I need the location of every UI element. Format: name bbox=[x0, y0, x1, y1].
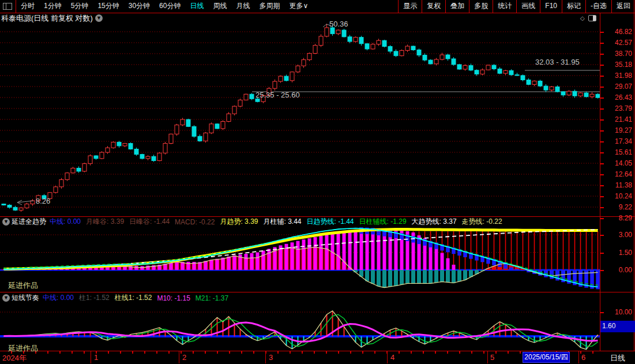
indicator-param: 柱线1: -1.52 bbox=[115, 293, 152, 303]
price-annotation: 50.36 bbox=[329, 20, 348, 28]
month-tick bbox=[387, 351, 388, 363]
month-tick bbox=[578, 351, 579, 363]
action-button[interactable]: 画线 bbox=[516, 0, 540, 13]
period-button[interactable]: 周线 bbox=[208, 0, 231, 13]
axis-tick bbox=[600, 196, 604, 197]
price-axis-label: 42.57 bbox=[601, 39, 632, 47]
window-split-icon[interactable] bbox=[3, 3, 12, 10]
month-tick bbox=[179, 351, 179, 363]
time-axis-ticks bbox=[0, 351, 600, 354]
indicator-axis-label: 0.00 bbox=[601, 267, 632, 274]
period-button[interactable]: 更多∨ bbox=[284, 0, 313, 13]
axis-tick bbox=[600, 163, 604, 164]
panel1-header: ▼ 延进全趋势 中线: 0.00月峰谷: 3.39日峰谷: -1.44MACD:… bbox=[0, 217, 508, 226]
current-value-box: 1.60 bbox=[600, 321, 635, 332]
price-axis-label: 12.64 bbox=[601, 171, 632, 178]
right-border bbox=[634, 0, 634, 363]
indicator-axis-label: 3.00 bbox=[601, 231, 632, 239]
price-axis-label: 17.34 bbox=[601, 138, 632, 145]
price-axis-label: 15.61 bbox=[601, 149, 632, 156]
watermark: 延进作品 bbox=[8, 280, 38, 291]
period-button[interactable]: 1分钟 bbox=[39, 0, 66, 13]
indicator-param: 大趋势线: 3.37 bbox=[412, 217, 457, 227]
indicator-axis-label: 1.50 bbox=[601, 249, 632, 257]
indicator-param: 日柱辅线: -1.29 bbox=[359, 217, 407, 227]
axis-tick bbox=[600, 253, 604, 254]
action-button[interactable]: 复权 bbox=[422, 0, 445, 13]
collapse-icon[interactable]: ▼ bbox=[2, 294, 10, 302]
indicator-param: 日峰谷: -1.44 bbox=[129, 217, 170, 227]
panel2-header: ▼ 短线节奏 中线: 0.00柱1: -1.52柱线1: -1.52M10: -… bbox=[0, 294, 234, 302]
price-axis-label: 10.24 bbox=[601, 193, 632, 200]
axis-tick bbox=[600, 130, 604, 132]
indicator-param: MACD: -0.22 bbox=[175, 218, 215, 226]
price-axis-label: 46.82 bbox=[601, 28, 632, 36]
axis-tick bbox=[600, 108, 604, 110]
action-button[interactable]: -自选 bbox=[585, 0, 611, 13]
indicator-param: 走势线: -0.22 bbox=[462, 217, 502, 227]
action-button[interactable]: F10 bbox=[540, 0, 562, 13]
stock-title: 科泰电源(日线 前复权 对数) bbox=[1, 13, 93, 24]
top-toolbar: 分时1分钟5分钟15分钟30分钟60分钟日线周线月线多周期更多∨ 显示复权叠加多… bbox=[0, 0, 635, 13]
action-button[interactable]: 多股 bbox=[469, 0, 493, 13]
time-axis-label: 6 bbox=[581, 353, 585, 362]
axis-tick bbox=[600, 141, 604, 142]
axis-tick bbox=[600, 152, 604, 153]
axis-tick bbox=[600, 174, 604, 175]
indicator-param: M10: -1.15 bbox=[157, 294, 190, 302]
time-axis: 2024年123456 2025/05/15/四 bbox=[0, 351, 635, 363]
indicator-name: 延进全趋势 bbox=[12, 217, 46, 227]
price-annotation: 8.26 bbox=[36, 197, 50, 205]
main-candlestick-chart[interactable] bbox=[0, 24, 600, 216]
action-button[interactable]: 标记 bbox=[562, 0, 585, 13]
indicator-param: M21: -1.37 bbox=[196, 294, 228, 302]
period-button[interactable]: 日线 bbox=[185, 0, 208, 13]
action-button[interactable]: 统计 bbox=[493, 0, 516, 13]
period-button[interactable]: 分时 bbox=[16, 0, 39, 13]
time-axis-label: 4 bbox=[390, 353, 394, 362]
period-button[interactable]: 30分钟 bbox=[124, 0, 155, 13]
time-axis-label: 2 bbox=[182, 353, 186, 362]
month-tick bbox=[265, 351, 266, 363]
price-annotation: 25.35 - 25.60 bbox=[255, 91, 300, 99]
indicator-param: 月柱辅: 3.44 bbox=[263, 217, 301, 227]
axis-tick bbox=[600, 54, 604, 55]
month-tick bbox=[487, 351, 488, 363]
trading-app-window: 分时1分钟5分钟15分钟30分钟60分钟日线周线月线多周期更多∨ 显示复权叠加多… bbox=[0, 0, 635, 364]
chevron-down-icon[interactable]: ▼ bbox=[95, 14, 103, 22]
indicator-axis-label: 10.00 bbox=[601, 309, 632, 316]
collapse-icon[interactable]: ▼ bbox=[2, 218, 10, 226]
panel-layout-icon[interactable] bbox=[588, 15, 596, 21]
time-axis-label: 3 bbox=[269, 353, 273, 362]
diamond-icon[interactable]: ◇ bbox=[580, 15, 585, 21]
price-axis-label: 19.27 bbox=[601, 127, 632, 134]
period-button[interactable]: 60分钟 bbox=[155, 0, 185, 13]
axis-tick bbox=[600, 97, 604, 99]
axis-tick bbox=[600, 32, 604, 33]
price-axis-label: 11.38 bbox=[601, 182, 632, 189]
trend-indicator-panel[interactable] bbox=[0, 217, 600, 292]
price-axis-label: 9.22 bbox=[601, 204, 632, 211]
indicator-param: 中线: 0.00 bbox=[43, 293, 74, 303]
time-axis-label: 5 bbox=[490, 353, 494, 362]
period-button[interactable]: 15分钟 bbox=[93, 0, 123, 13]
period-button[interactable]: 5分钟 bbox=[66, 0, 93, 13]
indicator-param: 中线: 0.00 bbox=[50, 217, 81, 227]
indicator-param: 柱1: -1.52 bbox=[79, 293, 110, 303]
action-button[interactable]: 叠加 bbox=[445, 0, 469, 13]
price-axis-label: 29.07 bbox=[601, 83, 632, 91]
price-axis-label: 21.41 bbox=[601, 116, 632, 123]
indicator-param: 月趋势: 3.39 bbox=[220, 217, 258, 227]
price-axis-label: 23.79 bbox=[601, 105, 632, 112]
action-button[interactable]: 返回 bbox=[611, 0, 635, 13]
indicator-name: 短线节奏 bbox=[12, 293, 39, 303]
period-button[interactable]: 月线 bbox=[231, 0, 254, 13]
chart-title-row: 科泰电源(日线 前复权 对数) ▼ bbox=[0, 13, 600, 23]
indicator-param: 月峰谷: 3.39 bbox=[86, 217, 124, 227]
axis-tick bbox=[600, 43, 604, 44]
period-button[interactable]: 多周期 bbox=[254, 0, 284, 13]
price-axis-label: 26.43 bbox=[601, 94, 632, 102]
action-button[interactable]: 显示 bbox=[398, 0, 422, 13]
panel-separator[interactable] bbox=[0, 292, 635, 292]
axis-tick bbox=[600, 270, 604, 271]
